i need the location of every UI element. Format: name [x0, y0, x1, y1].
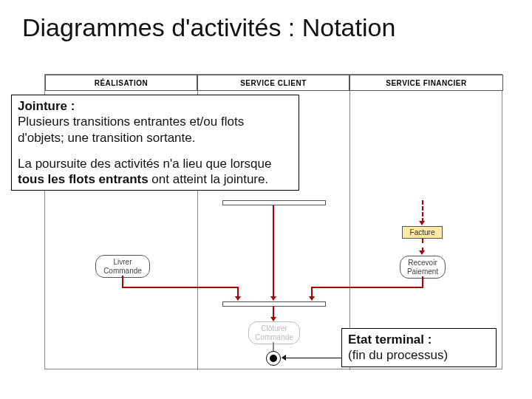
flow-edge	[122, 276, 123, 287]
lane-header-realisation: RÉALISATION	[45, 75, 197, 91]
activity-recevoir-paiement: Recevoir Paiement	[400, 256, 446, 279]
flow-edge	[311, 287, 423, 288]
callout-jointure: Jointure : Plusieurs transitions entrant…	[11, 95, 299, 191]
callout-text: (fin du processus)	[348, 347, 490, 363]
arrow-head-icon	[282, 355, 286, 361]
callout-pointer	[284, 358, 344, 358]
arrow-head-icon	[270, 296, 276, 301]
callout-heading: Jointure :	[18, 99, 75, 113]
flow-edge	[273, 205, 274, 298]
arrow-head-icon	[419, 250, 425, 255]
join-bar	[222, 301, 326, 307]
activity-cloturer-commande: Clôturer Commande	[248, 321, 300, 344]
object-flow-edge	[422, 200, 423, 222]
flow-edge	[273, 342, 274, 351]
arrow-head-icon	[309, 296, 315, 301]
fork-bar	[222, 200, 326, 205]
activity-livrer-commande: Livrer Commande	[95, 255, 150, 278]
arrow-head-icon	[235, 296, 241, 301]
callout-text: Plusieurs transitions entrantes et/ou fl…	[18, 114, 293, 146]
final-node-icon	[266, 351, 281, 366]
callout-etat-terminal: Etat terminal : (fin du processus)	[341, 328, 497, 367]
flow-edge	[122, 287, 239, 288]
callout-text: La poursuite des activités n'a lieu que …	[18, 156, 293, 188]
lane-header-service-financier: SERVICE FINANCIER	[349, 75, 503, 91]
arrow-head-icon	[419, 221, 425, 225]
callout-heading: Etat terminal :	[348, 332, 432, 347]
lane-header-service-client: SERVICE CLIENT	[197, 75, 349, 91]
slide-title: Diagrammes d'activités : Notation	[0, 0, 532, 48]
flow-edge	[422, 276, 423, 287]
object-facture: Facture	[402, 226, 443, 239]
